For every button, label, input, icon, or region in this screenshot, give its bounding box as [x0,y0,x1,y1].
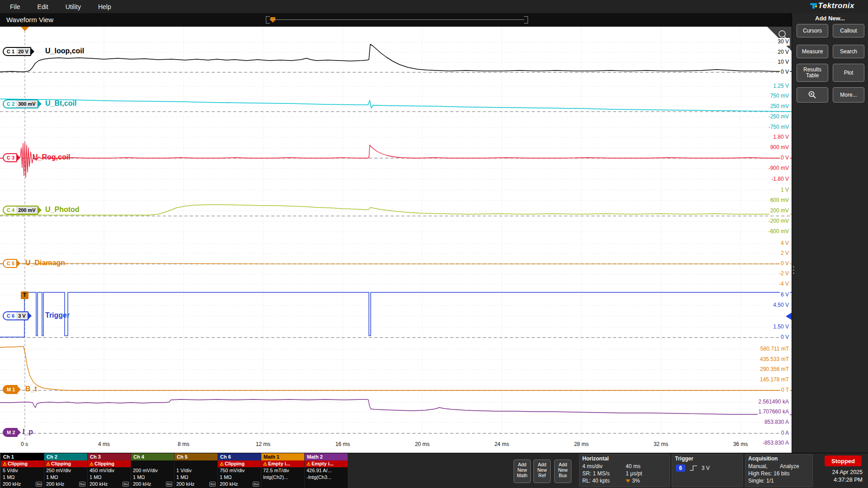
overview-timeline [269,19,524,20]
cursors-button[interactable]: Cursors [797,24,828,38]
channel-badge-c5[interactable]: C 5 [3,259,17,268]
menu-file[interactable]: File [10,3,20,10]
scale-label: -853.830 A [762,439,790,447]
channel-badge-c1[interactable]: C 1 20 V [3,47,31,56]
badge-math1[interactable]: Math 1 ⚠Empty i... 72.5 mT/div Intg(Ch2)… [261,453,304,488]
trace-Trigger [0,292,792,337]
badge-ch6[interactable]: Ch 6 ⚠Clipping 750 mV/div 1 MΩ 200 kHzBw [218,453,261,488]
menu-help[interactable]: Help [98,3,111,10]
badge-ch4[interactable]: Ch 4 200 mV/div 1 MΩ 200 kHzBw [131,453,174,488]
results-table-button[interactable]: Results Table [797,64,828,82]
horizontal-panel[interactable]: Horizontal 4 ms/div40 ms SR: 1 MS/s1 μs/… [579,454,670,487]
scale-label: -900 mV [768,164,790,172]
badge-header: Ch 6 [218,453,261,460]
sample-rate: SR: 1 MS/s [582,470,626,477]
badge-impedance: 1 MΩ [176,474,216,481]
panel-splitter-handle[interactable] [793,266,794,274]
channel-label-c2[interactable]: U_Bt,coil [45,99,76,108]
badge-impedance: 1 MΩ [90,474,129,481]
badge-bandwidth: 200 kHz [90,481,122,488]
scale-label: 580.711 mT [760,345,790,353]
channel-label-c3[interactable]: U_Rog,coil [33,153,71,162]
add-new-math-button[interactable]: Add New Math [514,460,531,483]
zoom-icon [808,90,817,99]
scale-label: 0 V [780,154,790,162]
scale-label: 200 mV [769,207,790,215]
badge-warning: Clipping [94,460,129,467]
callout-button[interactable]: Callout [833,24,864,38]
math-badge-m1[interactable]: M 1 [3,385,18,394]
trigger-source-badge[interactable]: 6 [676,465,685,472]
channel-id: C 3 [4,155,16,160]
badge-ch1[interactable]: Ch 1 ⚠Clipping 5 V/div 1 MΩ 200 kHzBw [1,453,44,488]
scale-label: 900 mV [769,144,790,151]
trigger-position-marker[interactable] [21,27,29,31]
channel-id: C 6 [4,313,16,319]
channel-label-c1[interactable]: U_loop,coil [45,47,84,56]
plot-button[interactable]: Plot [833,64,864,82]
acquisition-panel[interactable]: Acquisition Manual,Analyze High Res: 16 … [745,454,813,487]
badge-bandwidth: 200 kHz [133,481,165,488]
badge-ch5[interactable]: Ch 5 1 V/div 1 MΩ 200 kHzBw [175,453,217,488]
run-stop-status-button[interactable]: Stopped [825,455,862,466]
trigger-level-marker[interactable] [786,313,792,320]
channel-badge-c2[interactable]: C 2 300 mV [3,99,38,108]
more-button[interactable]: More... [833,87,864,103]
badge-bandwidth: 200 kHz [176,481,208,488]
date-label: 24 Apr 2025 [832,469,863,476]
channel-badge-c4[interactable]: C 4 200 mV [3,206,38,215]
badge-warning: Clipping [51,460,85,467]
time-tick: 0 s [21,441,28,447]
channel-id: C 5 [4,261,16,266]
time-tick: 8 ms [178,441,189,447]
channel-badge-c6[interactable]: C 6 3 V [3,311,28,320]
channel-label-m2[interactable]: I_p [23,427,33,436]
channel-label-c6[interactable]: Trigger [45,311,70,320]
badge-header: Ch 3 [88,453,131,460]
warning-icon: ⚠ [3,460,7,467]
badge-scale: 426.91 A/... [307,467,346,474]
time-tick: 28 ms [574,441,589,447]
badge-math2[interactable]: Math 2 ⚠Empty i... 426.91 A/... -Intg(Ch… [305,453,348,488]
search-button[interactable]: Search [833,45,864,58]
add-new-ref-button[interactable]: Add New Ref [533,460,551,483]
bandwidth-limit-icon: Bw [36,482,42,487]
measure-button[interactable]: Measure [797,45,828,58]
zoom-button[interactable] [797,87,828,103]
scale-label: -600 mV [768,228,790,235]
badge-spacer [305,481,348,488]
channel-label-c4[interactable]: U_Photod [45,205,80,214]
trigger-level-value: 3 V [702,465,710,471]
add-new-bus-button[interactable]: Add New Bus [554,460,571,483]
trigger-panel[interactable]: Trigger 6 3 V [672,454,743,487]
channel-id: C 4 [4,207,16,213]
trigger-badge[interactable]: T [21,291,28,299]
scale-label: 0 V [780,260,790,267]
menu-utility[interactable]: Utility [66,3,81,10]
scale-label: 853.830 A [764,418,790,426]
badge-ch3[interactable]: Ch 3 ⚠Clipping 450 mV/div 1 MΩ 200 kHzBw [88,453,131,488]
channel-badge-c3[interactable]: C 3 [3,153,17,162]
waveform-canvas[interactable] [0,27,792,440]
scale-label: 2.561490 kA [758,398,790,406]
badge-scale: 250 mV/div [46,467,85,474]
tektronix-logo-mark [810,2,817,9]
zoom-overview-bar[interactable] [266,16,528,23]
badge-ch2[interactable]: Ch 2 ⚠Clipping 250 mV/div 1 MΩ 200 kHzBw [44,453,87,488]
horizontal-scale: 4 ms/div [582,463,626,470]
menu-edit[interactable]: Edit [38,3,48,10]
trace-I_p [0,399,792,415]
badge-scale: 750 mV/div [220,467,259,474]
scale-label: 10 V [777,58,790,66]
channel-label-c5[interactable]: U_Diamagn [25,258,65,267]
math-badge-m2[interactable]: M 2 [3,428,18,437]
warning-icon: ⚠ [90,460,94,467]
badge-impedance: 1 MΩ [46,474,85,481]
channel-label-m1[interactable]: B_t [25,385,37,394]
waveform-plot[interactable]: C 1 20 V C 2 300 mV C 3 C 4 200 mV C 5 T… [0,27,792,453]
trigger-position-percent: 3% [632,478,640,484]
add-new-button[interactable]: Add New... [792,15,868,22]
oscilloscope-screen: File Edit Utility Help Tektronix Wavefor… [0,0,868,488]
scale-label: 2 V [780,249,790,257]
rising-edge-icon [689,465,698,472]
